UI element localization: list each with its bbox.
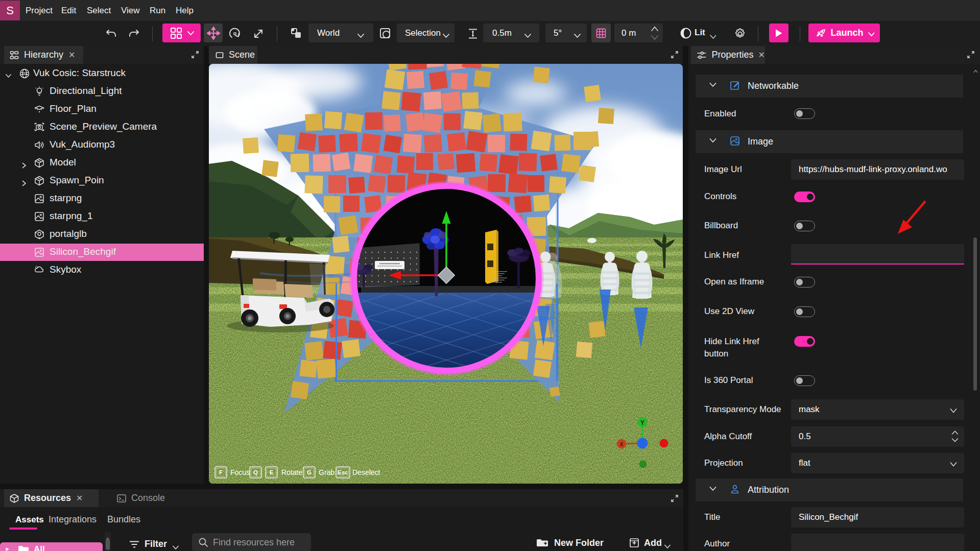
svg-text:Deselect: Deselect	[352, 468, 380, 476]
svg-text:Esc: Esc	[338, 469, 348, 475]
svg-text:Focus: Focus	[230, 468, 250, 476]
svg-text:Grab: Grab	[319, 468, 334, 476]
svg-text:Y: Y	[640, 419, 644, 426]
svg-text:G: G	[307, 469, 312, 475]
svg-text:X: X	[619, 441, 624, 447]
svg-text:Rotate: Rotate	[281, 468, 302, 476]
svg-text:E: E	[270, 469, 274, 475]
svg-text:Q: Q	[253, 469, 258, 475]
svg-text:F: F	[219, 469, 223, 475]
